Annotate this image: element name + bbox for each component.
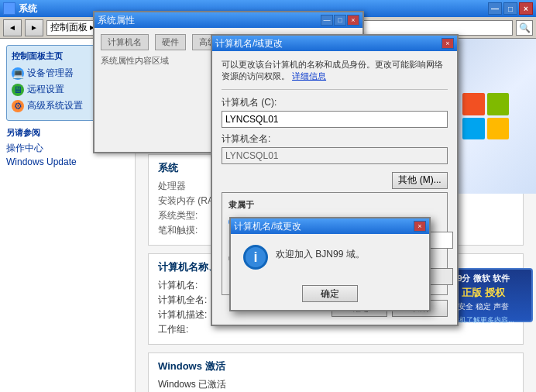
forward-button[interactable]: ► <box>25 19 43 36</box>
maximize-button[interactable]: □ <box>503 2 517 15</box>
flag-yellow <box>487 118 510 140</box>
remote-icon: 🖥 <box>12 84 24 96</box>
sysprop-title-buttons: — □ × <box>321 15 359 26</box>
close-button[interactable]: × <box>519 2 533 15</box>
info-icon: i <box>243 245 268 270</box>
welcome-dialog: 计算机名/域更改 × i 欢迎加入 BJN99 域。 确定 <box>229 217 431 311</box>
compname-field-label: 计算机名 (C): <box>222 96 448 109</box>
back-button[interactable]: ◄ <box>3 19 22 36</box>
separator <box>222 89 448 90</box>
main-window: 系统 — □ × ◄ ► 🔍 控制面板主页 💻 设备管理器 🖥 远程 <box>0 0 536 392</box>
welcome-dialog-close[interactable]: × <box>414 221 426 232</box>
device-icon: 💻 <box>12 67 24 80</box>
window-title: 系统 <box>19 2 37 15</box>
compname-dialog-title-buttons: × <box>442 38 454 49</box>
sidebar-link-label: 高级系统设置 <box>27 99 83 112</box>
sidebar-link-label: 设备管理器 <box>27 67 74 80</box>
welcome-message: 欢迎加入 BJN99 域。 <box>276 245 365 261</box>
other-button[interactable]: 其他 (M)... <box>392 172 448 189</box>
title-bar-left: 系统 <box>3 2 37 15</box>
sidebar-link-label: 远程设置 <box>27 83 64 96</box>
compname-dialog-title: 计算机名/域更改 <box>215 37 283 50</box>
compname-dialog-link[interactable]: 详细信息 <box>292 71 326 81</box>
welcome-button-row: 确定 <box>231 280 429 310</box>
compname-dialog-close[interactable]: × <box>442 38 454 49</box>
minimize-button[interactable]: — <box>488 2 502 15</box>
compname-input[interactable] <box>222 111 448 128</box>
welcome-dialog-title-buttons: × <box>414 221 426 232</box>
window-icon <box>3 2 15 15</box>
sysprop-maximize[interactable]: □ <box>334 15 346 26</box>
other-btn-row: 其他 (M)... <box>222 172 448 189</box>
sysprop-minimize[interactable]: — <box>321 15 333 26</box>
welcome-dialog-title-bar: 计算机名/域更改 × <box>231 218 429 234</box>
sysprop-title-bar: 系统属性 — □ × <box>94 12 362 28</box>
compname-dialog-desc: 可以更改该台计算机的名称和成员身份。更改可能影响网络资源的访问权限。 详细信息 <box>222 59 448 83</box>
fullname-input <box>222 147 448 164</box>
activation-section: Windows 激活 Windows 已激活 产品 ID: 00486-1 <box>148 352 524 392</box>
welcome-dialog-body: i 欢迎加入 BJN99 域。 <box>231 234 429 280</box>
tab-compname[interactable]: 计算机名 <box>101 34 149 50</box>
compname-desc-text: 可以更改该台计算机的名称和成员身份。更改可能影响网络资源的访问权限。 <box>222 60 443 81</box>
activated-row: Windows 已激活 <box>158 378 514 391</box>
welcome-ok-button[interactable]: 确定 <box>302 285 358 302</box>
flag-blue <box>462 118 485 140</box>
windows-update-link[interactable]: Windows Update <box>6 156 129 167</box>
welcome-dialog-title: 计算机名/域更改 <box>234 220 301 233</box>
tab-hardware[interactable]: 硬件 <box>155 34 186 50</box>
sysprop-title: 系统属性 <box>98 14 135 27</box>
flag-green <box>487 93 510 115</box>
windows-flag-logo <box>462 93 509 139</box>
member-of-label: 隶属于 <box>228 199 441 211</box>
fullname-field-label: 计算机全名: <box>222 132 448 146</box>
search-button[interactable]: 🔍 <box>516 20 533 36</box>
compname-dialog-title-bar: 计算机名/域更改 × <box>212 36 457 51</box>
title-buttons: — □ × <box>488 2 533 15</box>
sysprop-close[interactable]: × <box>347 15 359 26</box>
advanced-icon: ⚙ <box>12 100 24 112</box>
activation-header: Windows 激活 <box>158 359 514 373</box>
flag-red <box>462 93 485 115</box>
